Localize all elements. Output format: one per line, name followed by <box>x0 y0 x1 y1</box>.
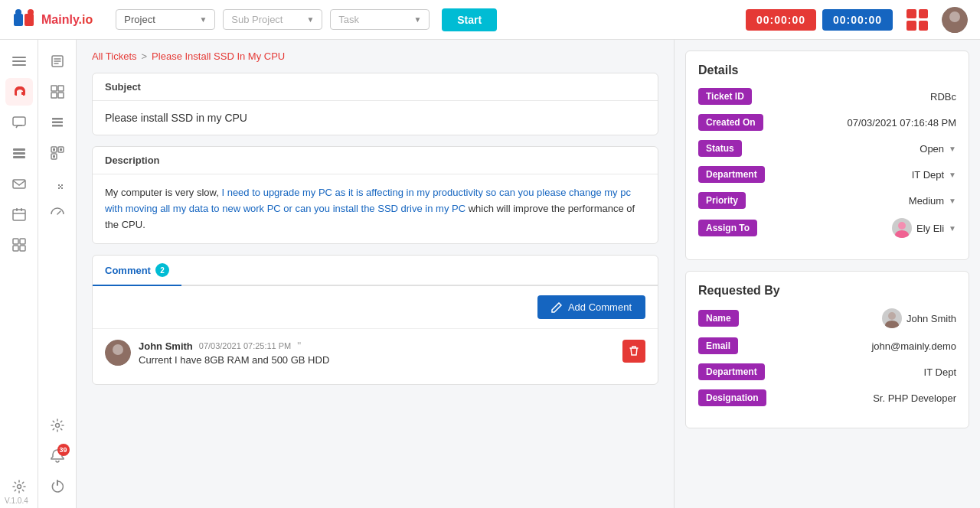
svg-rect-13 <box>13 152 25 155</box>
svg-rect-18 <box>21 208 22 211</box>
sidebar-headset-icon[interactable] <box>5 78 33 106</box>
sidebar2-grid-icon[interactable] <box>44 78 71 106</box>
topbar: Mainly.io Project ▼ Sub Project ▼ Task ▼… <box>0 0 980 40</box>
subproject-label: Sub Project <box>231 14 283 25</box>
comment-author-name: John Smith <box>139 340 193 352</box>
comment-list: John Smith 07/03/2021 07:25:11 PM " Curr… <box>93 329 658 384</box>
project-label: Project <box>124 14 155 25</box>
ticket-id-value: RDBc <box>782 91 956 103</box>
breadcrumb-all-tickets[interactable]: All Tickets <box>92 50 137 62</box>
project-dropdown[interactable]: Project ▼ <box>116 9 215 30</box>
svg-rect-10 <box>21 92 24 95</box>
comment-quote-icon: " <box>297 340 301 352</box>
svg-rect-33 <box>53 148 55 151</box>
created-on-label: Created On <box>698 114 763 131</box>
grid-view-icon[interactable] <box>906 9 928 31</box>
svg-rect-26 <box>58 86 64 91</box>
sidebar-dashboard-icon[interactable] <box>5 231 33 259</box>
trash-icon <box>629 346 639 357</box>
logo-icon <box>12 8 37 32</box>
comment-delete-button[interactable] <box>622 340 645 363</box>
sidebar2-notification-icon[interactable]: 39 <box>44 442 71 470</box>
svg-rect-27 <box>51 93 57 98</box>
sidebar2-qr-icon[interactable] <box>44 139 71 167</box>
sidebar-mail-icon[interactable] <box>5 170 33 197</box>
breadcrumb: All Tickets > Please Install SSD In My C… <box>92 50 658 62</box>
comment-actions: Add Comment <box>93 286 658 329</box>
status-value[interactable]: Open ▼ <box>782 143 956 155</box>
sidebar2-settings2-icon[interactable] <box>44 412 71 439</box>
department-text: IT Dept <box>912 169 944 181</box>
start-button[interactable]: Start <box>442 8 497 31</box>
priority-label: Priority <box>698 192 746 209</box>
notification-badge: 39 <box>57 444 70 456</box>
department-label: Department <box>698 166 765 183</box>
ticket-id-row: Ticket ID RDBc <box>698 88 956 105</box>
svg-rect-35 <box>60 148 62 151</box>
svg-rect-9 <box>15 92 17 95</box>
priority-value[interactable]: Medium ▼ <box>782 195 956 207</box>
sidebar-chat-icon[interactable] <box>5 109 33 136</box>
task-arrow-icon: ▼ <box>413 15 421 24</box>
requested-by-card: Requested By Name John Smith Email john@… <box>685 271 969 428</box>
svg-rect-22 <box>20 246 25 251</box>
breadcrumb-separator: > <box>142 50 148 62</box>
svg-rect-8 <box>12 64 26 66</box>
sidebar2-dashboard2-icon[interactable] <box>44 200 71 228</box>
svg-rect-21 <box>13 246 18 251</box>
assign-avatar <box>892 218 912 238</box>
svg-point-5 <box>946 22 964 33</box>
logo-text: Mainly.io <box>41 13 93 27</box>
assign-to-label: Assign To <box>698 220 757 236</box>
req-designation-label: Designation <box>698 389 766 406</box>
svg-rect-1 <box>24 14 34 26</box>
sidebar2-power-icon[interactable] <box>44 473 71 500</box>
timer-red: 00:00:00 <box>746 9 816 31</box>
req-name-text: John Smith <box>906 313 956 324</box>
comment-tab-badge: 2 <box>155 263 169 277</box>
svg-rect-14 <box>13 156 25 158</box>
req-name-value: John Smith <box>782 308 956 328</box>
department-value[interactable]: IT Dept ▼ <box>782 169 956 181</box>
svg-point-43 <box>888 312 896 320</box>
priority-dropdown-icon: ▼ <box>949 197 956 205</box>
sidebar-menu-icon[interactable] <box>5 47 33 75</box>
req-designation-value: Sr. PHP Developer <box>782 392 956 404</box>
sidebar2-qr2-icon[interactable] <box>44 170 71 197</box>
svg-rect-29 <box>52 118 63 120</box>
description-label: Description <box>105 155 160 166</box>
svg-rect-20 <box>20 239 25 244</box>
user-avatar[interactable] <box>942 7 968 33</box>
svg-rect-25 <box>51 86 57 91</box>
subproject-dropdown[interactable]: Sub Project ▼ <box>223 9 322 30</box>
add-comment-label: Add Comment <box>568 301 632 313</box>
sidebar-list-icon[interactable] <box>5 139 33 167</box>
priority-text: Medium <box>909 195 944 207</box>
svg-point-44 <box>885 321 899 328</box>
svg-rect-0 <box>14 14 23 26</box>
department-dropdown-icon: ▼ <box>949 171 956 179</box>
assign-to-name: Ely Eli <box>916 223 944 234</box>
sidebar-calendar-icon[interactable] <box>5 200 33 228</box>
comment-tabs: Comment 2 <box>93 256 658 286</box>
main-layout: 39 All Tickets > Please Install SSD In M… <box>0 40 980 508</box>
status-label: Status <box>698 140 742 157</box>
add-comment-button[interactable]: Add Comment <box>537 295 645 319</box>
department-row: Department IT Dept ▼ <box>698 166 956 183</box>
req-department-label: Department <box>698 363 765 380</box>
main-content: All Tickets > Please Install SSD In My C… <box>77 40 980 508</box>
req-email-row: Email john@mainly.demo <box>698 337 956 354</box>
assign-to-value[interactable]: Ely Eli ▼ <box>782 218 956 238</box>
svg-rect-12 <box>13 148 25 151</box>
subproject-arrow-icon: ▼ <box>306 15 314 24</box>
sidebar2-list-icon[interactable] <box>44 109 71 136</box>
req-name-row: Name John Smith <box>698 308 956 328</box>
sidebar2-tickets-icon[interactable] <box>44 47 71 75</box>
comment-tab[interactable]: Comment 2 <box>93 256 181 286</box>
comment-item: John Smith 07/03/2021 07:25:11 PM " Curr… <box>105 340 645 366</box>
task-dropdown[interactable]: Task ▼ <box>330 9 430 30</box>
comment-date: 07/03/2021 07:25:11 PM <box>199 341 291 350</box>
svg-rect-19 <box>13 239 18 244</box>
timer-blue: 00:00:00 <box>822 9 893 31</box>
svg-rect-31 <box>52 125 63 127</box>
